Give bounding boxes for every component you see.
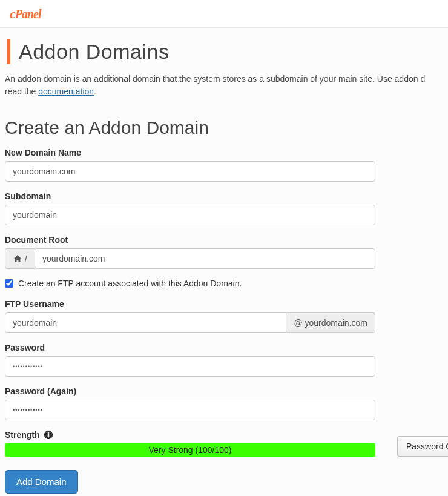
new-domain-group: New Domain Name [5, 148, 375, 182]
info-icon [44, 430, 53, 440]
topbar: cPanel [0, 0, 448, 27]
strength-bar: Very Strong (100/100) [5, 443, 375, 457]
description-trail: . [94, 87, 96, 96]
docroot-group: Document Root / [5, 235, 375, 269]
page-title: Addon Domains [19, 40, 169, 64]
docroot-label: Document Root [5, 235, 375, 245]
password-input[interactable] [5, 356, 375, 377]
description-text-2: read the [5, 87, 38, 96]
password-generator-button[interactable]: Password Ge [397, 436, 448, 457]
documentation-link[interactable]: documentation [38, 87, 94, 96]
subdomain-input[interactable] [5, 205, 375, 225]
strength-container: Strength Very Strong (100/100) [5, 430, 375, 457]
password-group: Password [5, 343, 375, 377]
docroot-prefix-sep: / [25, 254, 27, 263]
strength-row: Strength Very Strong (100/100) Password … [5, 430, 443, 457]
ftp-username-suffix: @ yourdomain.com [286, 312, 375, 333]
section-heading: Create an Addon Domain [5, 117, 443, 138]
svg-point-1 [47, 432, 49, 434]
docroot-input[interactable] [35, 248, 375, 269]
ftp-username-label: FTP Username [5, 299, 375, 309]
docroot-prefix-addon: / [5, 248, 35, 269]
ftp-checkbox-row: Create an FTP account associated with th… [5, 279, 443, 288]
subdomain-group: Subdomain [5, 191, 375, 225]
add-domain-button[interactable]: Add Domain [5, 470, 78, 494]
password2-input[interactable] [5, 400, 375, 420]
strength-text: Very Strong (100/100) [149, 445, 232, 455]
subdomain-label: Subdomain [5, 191, 375, 201]
new-domain-input[interactable] [5, 161, 375, 182]
password2-group: Password (Again) [5, 386, 375, 420]
title-accent-bar [7, 39, 10, 64]
main-panel: Addon Domains An addon domain is an addi… [0, 27, 448, 496]
ftp-username-input[interactable] [5, 312, 286, 333]
description-text-1: An addon domain is an additional domain … [5, 74, 425, 84]
strength-label: Strength [5, 430, 40, 440]
password-label: Password [5, 343, 375, 352]
ftp-checkbox[interactable] [5, 279, 13, 288]
password2-label: Password (Again) [5, 386, 375, 396]
new-domain-label: New Domain Name [5, 148, 375, 157]
page-title-container: Addon Domains [7, 39, 443, 64]
svg-rect-2 [47, 434, 48, 438]
page-description: An addon domain is an additional domain … [5, 73, 443, 98]
home-icon [13, 254, 22, 263]
ftp-checkbox-label: Create an FTP account associated with th… [18, 279, 242, 288]
cpanel-logo: cPanel [10, 6, 438, 22]
ftp-username-group: FTP Username @ yourdomain.com [5, 299, 375, 333]
